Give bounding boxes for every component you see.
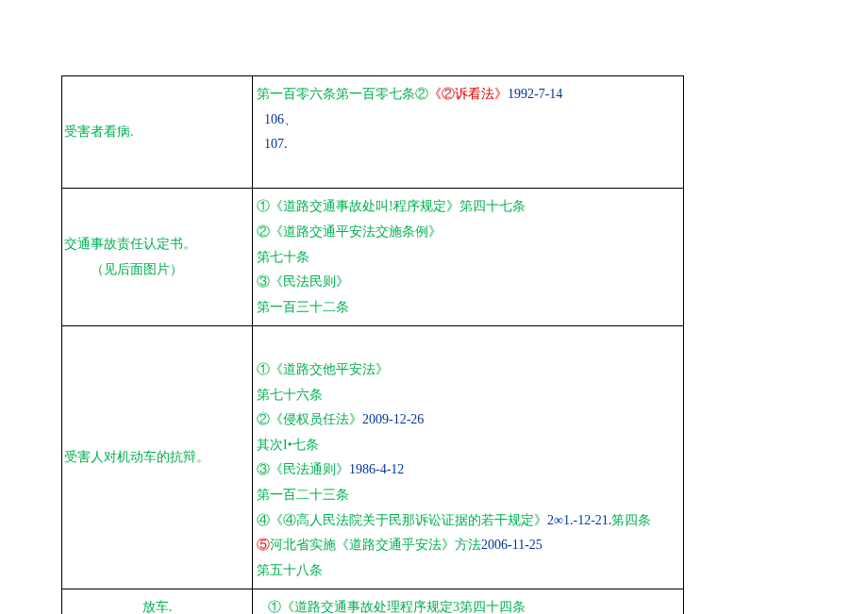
text: ③《民法通则》	[257, 462, 349, 476]
text: 《②诉看法》	[428, 87, 508, 101]
cell-left: 受害者看病.	[62, 76, 253, 189]
text: ②《侵权员任法》	[257, 412, 362, 426]
text: ②《道路交通平安法交施条例》	[257, 224, 442, 239]
text: 笫四条	[611, 513, 651, 527]
cell-right: ①《道路交他平安法》 第七十六条 ②《侵权员任法》2009-12-26 其次I•…	[253, 326, 684, 589]
left-text: 受害人对机动车的抗辩。	[64, 450, 209, 464]
text: ③《民法民则》	[257, 274, 349, 289]
text: 第七十六条	[257, 388, 323, 402]
left-text: （见后面图片）	[91, 262, 183, 276]
text: ⑤	[257, 538, 270, 552]
left-text: 交通事故责任认定书。	[64, 237, 196, 251]
text: ①《道路交通事故处理程序规定3第四十四条	[268, 600, 526, 614]
cell-left: 交通事故责任认定书。 （见后面图片）	[62, 189, 253, 326]
text: 第一百三十二条	[257, 300, 349, 314]
left-text: 受害者看病.	[64, 124, 134, 139]
date: 2∞1.-12-21.	[547, 513, 611, 527]
text: 其次I•七条	[257, 438, 319, 452]
table-row: 交通事故责任认定书。 （见后面图片） ①《道路交通事故处叫!程序规定》第四十七条…	[62, 189, 684, 326]
text: 第一百二十三条	[257, 488, 349, 502]
text: ①《道路交通事故处叫!程序规定》第四十七条	[257, 199, 526, 213]
text: ①《道路交他平安法》	[257, 362, 389, 376]
date: 2009-12-26	[362, 412, 424, 426]
text: 106、	[264, 112, 297, 126]
cell-right: ①《道路交通事故处叫!程序规定》第四十七条 ②《道路交通平安法交施条例》 第七十…	[253, 189, 684, 326]
legal-refs-table: 受害者看病. 第一百零六条第一百零七条②《②诉看法》1992-7-14 106、…	[61, 75, 684, 614]
text: 第一百零六条第一百零七条②	[257, 87, 428, 101]
table-row: 放车. ①《道路交通事故处理程序规定3第四十四条	[62, 589, 684, 614]
date: 1992-7-14	[508, 87, 562, 101]
date: 2006-11-25	[481, 538, 542, 552]
table-row: 受害者看病. 第一百零六条第一百零七条②《②诉看法》1992-7-14 106、…	[62, 76, 684, 189]
table-row: 受害人对机动车的抗辩。 ①《道路交他平安法》 第七十六条 ②《侵权员任法》200…	[62, 326, 684, 589]
text: 第五十八条	[257, 563, 323, 577]
cell-left: 受害人对机动车的抗辩。	[62, 326, 253, 589]
cell-right: 第一百零六条第一百零七条②《②诉看法》1992-7-14 106、 107.	[253, 76, 684, 189]
text: ④《④高人民法院关于民那诉讼证据的若干规定》	[257, 513, 547, 527]
text: 107.	[264, 137, 288, 151]
left-text: 放车.	[142, 600, 173, 614]
cell-right: ①《道路交通事故处理程序规定3第四十四条	[253, 589, 684, 614]
date: 1986-4-12	[349, 462, 404, 476]
text: 河北省实施《道路交通乎安法》方法	[270, 538, 481, 552]
text: 第七十条	[257, 250, 309, 264]
cell-left: 放车.	[62, 589, 253, 614]
